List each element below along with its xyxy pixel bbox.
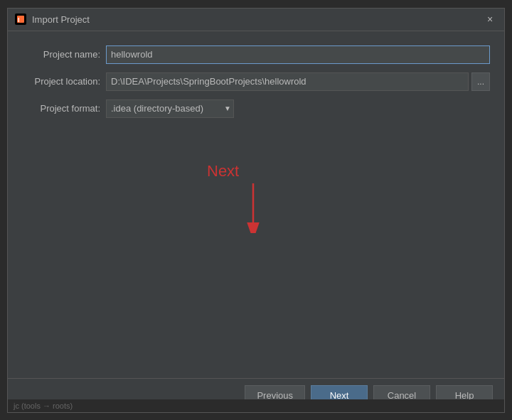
- annotation-text: Next: [207, 162, 239, 181]
- dialog-content: Project name: Project location: ... Proj…: [8, 31, 504, 378]
- format-select-wrapper: .idea (directory-based) .ipr (file-based…: [106, 99, 234, 118]
- project-format-label: Project format:: [22, 103, 100, 114]
- annotation-arrow: [235, 183, 271, 235]
- app-icon: I: [15, 14, 26, 25]
- taskbar-hint: jc (tools → roots): [8, 399, 504, 412]
- location-row: ...: [106, 72, 490, 91]
- project-format-select[interactable]: .idea (directory-based) .ipr (file-based…: [106, 99, 234, 118]
- project-location-row: Project location: ...: [22, 72, 490, 91]
- svg-text:I: I: [18, 16, 20, 23]
- project-name-input[interactable]: [106, 45, 490, 64]
- title-bar: I Import Project ×: [8, 9, 504, 31]
- import-project-dialog: I Import Project × Project name: Project…: [7, 8, 505, 413]
- project-location-input[interactable]: [106, 72, 469, 91]
- close-button[interactable]: ×: [483, 12, 497, 26]
- annotation-area: Next: [22, 126, 490, 371]
- project-location-label: Project location:: [22, 76, 100, 87]
- dialog-title: Import Project: [32, 14, 90, 25]
- browse-button[interactable]: ...: [471, 72, 490, 91]
- taskbar-text: jc (tools → roots): [14, 402, 73, 410]
- project-name-label: Project name:: [22, 49, 100, 60]
- title-bar-left: I Import Project: [15, 14, 90, 25]
- project-format-row: Project format: .idea (directory-based) …: [22, 99, 490, 118]
- project-name-row: Project name:: [22, 45, 490, 64]
